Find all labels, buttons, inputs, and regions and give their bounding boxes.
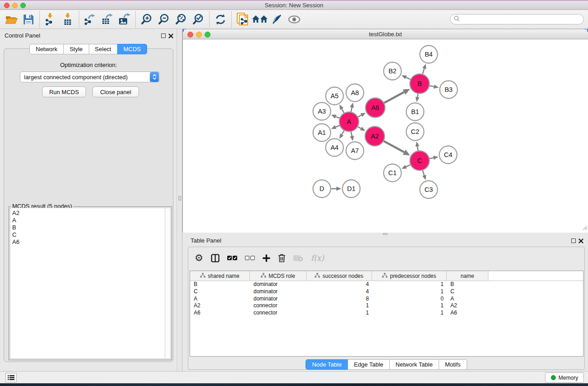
- table-cell[interactable]: 1: [372, 302, 447, 310]
- delete-column-icon[interactable]: [278, 253, 286, 262]
- table-cell[interactable]: 1: [306, 310, 372, 317]
- table-panel-float-icon[interactable]: [571, 238, 576, 243]
- table-cell[interactable]: A2: [190, 302, 250, 310]
- edge-C-C3[interactable]: [423, 170, 424, 175]
- edge-A-A7[interactable]: [351, 132, 352, 136]
- zoom-fit-icon[interactable]: [172, 11, 190, 28]
- node-table[interactable]: shared nameMCDS rolesuccessor nodesprede…: [190, 271, 583, 357]
- mcds-result-item[interactable]: A: [10, 217, 170, 224]
- table-cell[interactable]: A6: [190, 310, 250, 317]
- edge-A-A4[interactable]: [342, 131, 344, 135]
- network-minimize-button[interactable]: [196, 32, 202, 38]
- table-cell[interactable]: B: [190, 281, 250, 288]
- tab-network-table[interactable]: Network Table: [389, 359, 439, 370]
- window-zoom-button[interactable]: [20, 3, 26, 8]
- network-canvas[interactable]: B4B2BB3A8A5A6A3B1AC2A1A2A4A7C4CC1DD1C3: [183, 39, 588, 233]
- column-layout-icon[interactable]: [211, 254, 220, 262]
- edge-A-A6[interactable]: [358, 115, 361, 117]
- table-row[interactable]: Cdominator41C: [190, 288, 583, 295]
- edge-A-A5[interactable]: [342, 109, 344, 113]
- create-network-from-file-icon[interactable]: [234, 11, 251, 28]
- table-cell[interactable]: A6: [447, 310, 488, 317]
- divider-handle-icon[interactable]: [383, 233, 387, 235]
- table-cell[interactable]: connector: [250, 310, 306, 317]
- table-row[interactable]: Adominator80A: [190, 295, 583, 303]
- edge-B-B1[interactable]: [417, 94, 418, 97]
- table-row[interactable]: Bdominator41B: [190, 281, 583, 288]
- edge-A-A8[interactable]: [351, 107, 352, 112]
- table-settings-icon[interactable]: ⚙: [195, 253, 203, 262]
- search-input[interactable]: [460, 15, 583, 24]
- export-table-icon[interactable]: [99, 11, 116, 28]
- table-cell[interactable]: A2: [447, 302, 488, 310]
- first-neighbors-home-icon[interactable]: [251, 11, 268, 28]
- tab-select[interactable]: Select: [89, 44, 118, 54]
- edge-C-C4[interactable]: [430, 158, 434, 159]
- mcds-result-item[interactable]: B: [10, 224, 170, 231]
- zoom-out-icon[interactable]: [155, 11, 172, 28]
- export-network-icon[interactable]: [81, 11, 99, 28]
- import-network-icon[interactable]: [42, 11, 59, 28]
- window-minimize-button[interactable]: [12, 3, 18, 8]
- edge-A2-C[interactable]: [384, 141, 404, 152]
- edge-C-C2[interactable]: [417, 147, 418, 151]
- optimization-criterion-select[interactable]: largest connected component (directed): [20, 71, 160, 82]
- table-cell[interactable]: connector: [250, 302, 306, 310]
- edge-B-B3[interactable]: [430, 86, 434, 86]
- zoom-selected-icon[interactable]: [190, 11, 207, 28]
- select-all-columns-icon[interactable]: [227, 255, 237, 261]
- add-column-icon[interactable]: [263, 254, 270, 262]
- table-cell[interactable]: 8: [306, 295, 372, 303]
- column-header-name[interactable]: name: [447, 271, 488, 281]
- edge-A6-B[interactable]: [384, 92, 404, 103]
- network-window-titlebar[interactable]: testGlobe.txt: [183, 29, 588, 39]
- mcds-result-item[interactable]: A2: [10, 210, 170, 217]
- tab-node-table[interactable]: Node Table: [306, 359, 348, 370]
- memory-button[interactable]: Memory: [545, 372, 584, 383]
- edge-A-A1[interactable]: [336, 125, 339, 127]
- open-session-icon[interactable]: [3, 11, 20, 28]
- close-panel-button[interactable]: Close panel: [92, 86, 139, 97]
- table-row[interactable]: A6connector11A6: [190, 310, 583, 317]
- edge-B-B2[interactable]: [406, 77, 411, 80]
- mcds-result-list[interactable]: A2ABCA6: [10, 208, 171, 359]
- column-header-successor-nodes[interactable]: successor nodes: [306, 271, 372, 281]
- table-cell[interactable]: 1: [372, 281, 447, 288]
- control-panel-float-icon[interactable]: [161, 33, 166, 38]
- table-cell[interactable]: C: [190, 288, 250, 295]
- window-close-button[interactable]: [4, 3, 10, 8]
- export-image-icon[interactable]: [116, 11, 133, 28]
- save-session-icon[interactable]: [20, 11, 37, 28]
- table-cell[interactable]: A: [190, 295, 250, 303]
- table-cell[interactable]: 1: [306, 302, 372, 310]
- deselect-all-columns-icon[interactable]: [245, 255, 255, 261]
- tab-motifs[interactable]: Motifs: [439, 359, 467, 370]
- panel-divider-vertical[interactable]: [177, 29, 182, 371]
- table-cell[interactable]: 4: [306, 281, 372, 288]
- hide-graphics-details-icon[interactable]: [268, 11, 286, 28]
- edge-A-A2[interactable]: [358, 127, 361, 129]
- resize-grip-icon[interactable]: [582, 224, 588, 232]
- zoom-in-icon[interactable]: [138, 11, 155, 28]
- tab-style[interactable]: Style: [63, 44, 89, 54]
- table-cell[interactable]: B: [447, 281, 488, 288]
- table-cell[interactable]: A: [447, 295, 488, 303]
- network-zoom-button[interactable]: [205, 32, 210, 38]
- search-field[interactable]: [450, 14, 584, 24]
- table-cell[interactable]: 1: [372, 310, 447, 317]
- mcds-result-item[interactable]: C: [10, 231, 170, 238]
- import-table-icon[interactable]: [59, 11, 76, 28]
- table-row[interactable]: A2connector11A2: [190, 302, 583, 310]
- column-header-MCDS-role[interactable]: MCDS role: [250, 271, 306, 281]
- mcds-result-scrollbar[interactable]: [165, 208, 170, 358]
- table-cell[interactable]: dominator: [250, 295, 306, 303]
- table-cell[interactable]: dominator: [250, 288, 306, 295]
- table-cell[interactable]: 4: [306, 288, 372, 295]
- tab-edge-table[interactable]: Edge Table: [348, 359, 390, 370]
- table-cell[interactable]: 0: [372, 295, 447, 303]
- tab-mcds[interactable]: MCDS: [117, 44, 147, 54]
- table-panel-close-icon[interactable]: [578, 238, 583, 243]
- table-cell[interactable]: 1: [372, 288, 447, 295]
- task-history-button[interactable]: [5, 373, 17, 382]
- edge-B-B4[interactable]: [423, 69, 425, 74]
